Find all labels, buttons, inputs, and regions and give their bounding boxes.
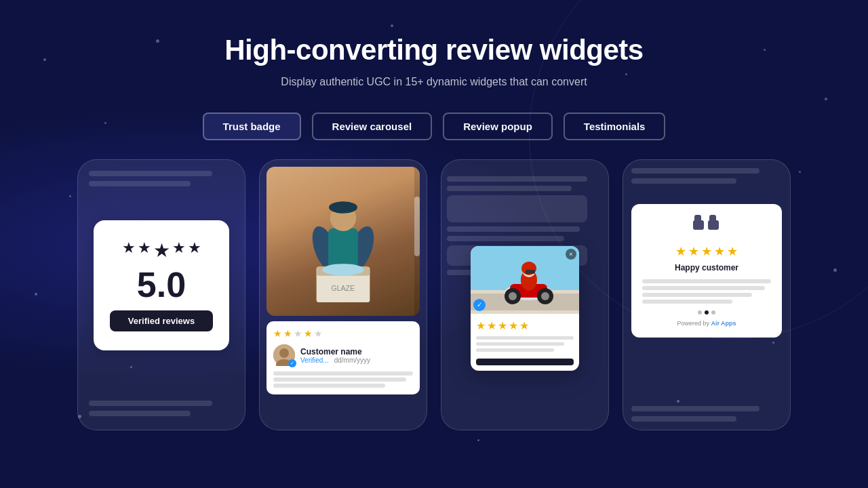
stars-display: ★ ★ ★ ★ ★ xyxy=(122,239,201,262)
t-star-3: ★ xyxy=(701,244,712,259)
t-star-1: ★ xyxy=(675,244,686,259)
check-icon: ✓ xyxy=(477,301,482,308)
reviewer-avatar: ✓ xyxy=(273,344,295,366)
c-star-3: ★ xyxy=(294,328,302,339)
carousel-stars: ★ ★ ★ ★ ★ xyxy=(273,328,413,339)
star-3: ★ xyxy=(153,239,170,262)
review-line-3 xyxy=(273,384,385,388)
star-4: ★ xyxy=(172,239,186,262)
p-star-3: ★ xyxy=(498,319,507,332)
testimonial-stars: ★ ★ ★ ★ ★ xyxy=(675,244,738,259)
happy-customer-label: Happy customer xyxy=(675,263,738,272)
page-subtitle: Display authentic UGC in 15+ dynamic wid… xyxy=(281,76,587,88)
review-popup-phone: × ✓ ★ ★ ★ ★ ★ xyxy=(441,159,609,430)
popup-modal: × ✓ ★ ★ ★ ★ ★ xyxy=(471,246,579,371)
svg-rect-29 xyxy=(709,215,716,223)
svg-point-19 xyxy=(509,292,517,300)
dot-3 xyxy=(711,310,715,314)
popup-line-1 xyxy=(476,336,574,340)
review-line-2 xyxy=(273,378,406,382)
svg-point-11 xyxy=(279,348,289,358)
popup-line-3 xyxy=(476,348,554,352)
svg-rect-27 xyxy=(694,215,701,223)
t-star-4: ★ xyxy=(714,244,725,259)
p-star-1: ★ xyxy=(476,319,486,332)
dot-1 xyxy=(698,310,702,314)
review-text-lines xyxy=(273,371,413,388)
popup-text-lines xyxy=(476,336,574,365)
popup-product-image: × ✓ xyxy=(471,246,579,314)
t-line-4 xyxy=(642,300,732,304)
reviewer-name: Customer name xyxy=(300,347,413,357)
tab-testimonials[interactable]: Testimonials xyxy=(564,113,666,140)
verified-badge: ✓ xyxy=(288,359,296,367)
tab-review-carousel[interactable]: Review carousel xyxy=(312,113,433,140)
reviewer-meta: Verified... dd/mm/yyyy xyxy=(300,357,413,364)
testimonial-card: ★ ★ ★ ★ ★ Happy customer xyxy=(631,204,782,338)
star-5: ★ xyxy=(188,239,201,262)
verified-text: Verified... xyxy=(300,357,329,364)
star-2: ★ xyxy=(138,239,151,262)
rating-number: 5.0 xyxy=(137,267,186,302)
testimonial-text-lines xyxy=(642,279,771,304)
svg-text:GLAZE: GLAZE xyxy=(332,284,355,292)
tabs-container: Trust badge Review carousel Review popup… xyxy=(203,113,666,140)
verified-reviews-button: Verified reviews xyxy=(110,310,213,331)
svg-rect-25 xyxy=(526,270,535,274)
air-apps-link[interactable]: Air Apps xyxy=(711,320,736,327)
dot-2 xyxy=(705,310,709,314)
c-star-1: ★ xyxy=(273,328,282,339)
close-icon: × xyxy=(569,251,572,258)
popup-line-2 xyxy=(476,342,564,346)
p-star-4: ★ xyxy=(509,319,518,332)
quote-icon xyxy=(693,215,720,239)
star-1: ★ xyxy=(122,239,136,262)
c-star-2: ★ xyxy=(283,328,292,339)
testimonials-phone: ★ ★ ★ ★ ★ Happy customer xyxy=(623,159,791,430)
popup-check-badge: ✓ xyxy=(473,299,486,311)
review-line-1 xyxy=(273,371,413,375)
t-line-2 xyxy=(642,286,765,290)
widgets-row: ★ ★ ★ ★ ★ 5.0 Verified reviews xyxy=(77,159,791,430)
powered-by-label: Powered by xyxy=(677,320,711,327)
reviewer-row: ✓ Customer name Verified... dd/mm/yyyy xyxy=(273,344,413,366)
t-line-3 xyxy=(642,293,752,297)
popup-stars: ★ ★ ★ ★ ★ xyxy=(476,319,574,332)
svg-rect-3 xyxy=(328,228,358,270)
svg-point-21 xyxy=(541,292,549,300)
p-star-2: ★ xyxy=(487,319,496,332)
review-date: dd/mm/yyyy xyxy=(334,357,370,364)
tab-trust-badge[interactable]: Trust badge xyxy=(203,113,301,140)
review-carousel-phone: GLAZE ★ ★ ★ ★ ★ xyxy=(259,159,427,430)
p-star-5: ★ xyxy=(519,319,529,332)
main-content: High-converting review widgets Display a… xyxy=(0,0,868,430)
reviewer-info: Customer name Verified... dd/mm/yyyy xyxy=(300,347,413,364)
powered-by-text: Powered by Air Apps xyxy=(642,320,771,327)
svg-point-5 xyxy=(329,201,357,214)
page-title: High-converting review widgets xyxy=(224,34,643,66)
c-star-4: ★ xyxy=(304,328,313,339)
popup-content: ★ ★ ★ ★ ★ xyxy=(471,314,579,371)
carousel-dots xyxy=(642,310,771,314)
carousel-review-card: ★ ★ ★ ★ ★ ✓ Cu xyxy=(267,321,420,394)
trust-badge-card: ★ ★ ★ ★ ★ 5.0 Verified reviews xyxy=(94,220,229,350)
trust-badge-phone: ★ ★ ★ ★ ★ 5.0 Verified reviews xyxy=(77,159,245,430)
popup-action-bar xyxy=(476,359,574,365)
t-star-5: ★ xyxy=(727,244,738,259)
c-star-5: ★ xyxy=(314,328,323,339)
t-star-2: ★ xyxy=(688,244,699,259)
tab-review-popup[interactable]: Review popup xyxy=(443,113,553,140)
popup-close-button[interactable]: × xyxy=(566,249,576,260)
svg-point-9 xyxy=(322,264,363,276)
t-line-1 xyxy=(642,279,771,283)
